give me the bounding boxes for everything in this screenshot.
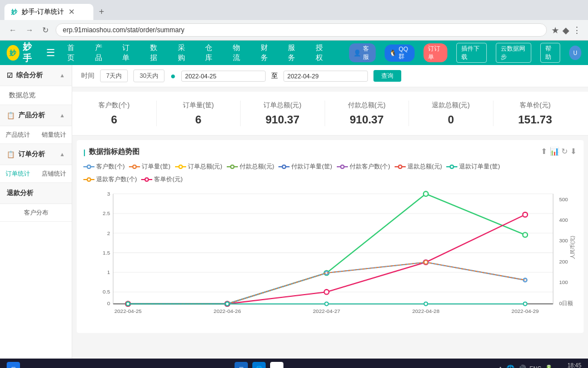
nav-purchase[interactable]: 采购 [175,41,193,65]
bookmark-icon[interactable]: ★ [551,25,559,36]
language-label: ENG [530,366,542,369]
sidebar-group-header-订单分析[interactable]: 📋 订单分析 ▲ [0,144,72,165]
legend-item-avg-price: 客单价(元) [141,175,182,183]
filter-bar: 时间 7天内 30天内 ● 至 查询 [72,65,588,87]
qq-icon: 🐧 [389,49,397,57]
qq-label: QQ群 [398,46,410,61]
search-button[interactable]: 查询 [373,70,401,82]
plugin-button[interactable]: 插件下载 [456,43,487,63]
stat-card-refund: 退款总额(元) 0 [420,101,494,126]
svg-point-69 [524,302,527,305]
legend-item-orders: 订单量(筐) [129,162,170,171]
date-start-input[interactable] [181,71,266,82]
svg-text:2022-04-25: 2022-04-25 [114,308,142,314]
sound-icon: 🔊 [518,365,526,368]
sidebar-group-header-退款分析[interactable]: 退款分析 [0,183,72,204]
chart-svg: 0 0.5 1 1.5 2 2.5 3 0日额 100 200 300 400 … [83,188,577,325]
sidebar-group-header-产品分析[interactable]: 📋 产品分析 ▲ [0,105,72,126]
taskbar-windows-icon[interactable]: ⊞ [235,362,248,368]
top-navigation: 妙 妙手 ☰ 首页 产品 订单 数据 采购 仓库 物流 财务 服务 授权 👤 客… [0,41,588,65]
order-badge[interactable]: 订订单 [423,43,448,62]
menu-icon[interactable]: ⋮ [572,25,581,36]
stat-card-customers: 客户数(个) 6 [83,101,157,126]
forward-button[interactable]: → [23,24,36,36]
nav-warehouse[interactable]: 仓库 [202,41,221,65]
chevron-up-icon-产品: ▲ [59,112,65,118]
checkbox-icon: ☑ [7,72,13,79]
chart-wrap: 0 0.5 1 1.5 2 2.5 3 0日额 100 200 300 400 … [83,188,577,326]
stat-value-avg: 151.73 [505,113,566,126]
legend-item-order-total: 订单总额(元) [175,162,222,171]
taskbar-edge-icon[interactable]: 🌐 [252,362,266,368]
sidebar-item-订单统计[interactable]: 订单统计 [0,165,36,183]
sidebar-item-店铺统计[interactable]: 店铺统计 [36,165,72,183]
svg-text:1: 1 [107,269,110,275]
sidebar-group-订单分析: 📋 订单分析 ▲ 订单统计 店铺统计 [0,144,72,183]
svg-point-68 [424,302,427,305]
address-input[interactable]: erp.91miaoshou.com/stat/order/summary [56,23,547,37]
legend-item-customers: 客户数(个) [83,162,124,171]
filter-30days-button[interactable]: 30天内 [133,69,165,82]
nav-finance[interactable]: 财务 [257,41,276,65]
back-button[interactable]: ← [7,24,19,36]
sidebar-item-销量统计[interactable]: 销量统计 [36,126,72,144]
chart-legend: 客户数(个) 订单量(筐) 订单总额(元) [83,162,541,183]
avatar[interactable]: U [569,46,581,60]
data-button[interactable]: 云数据网步 [496,43,531,63]
date-end-input[interactable] [283,71,368,82]
browser-tab[interactable]: 妙 妙手-订单统计 ✕ [4,4,93,20]
svg-text:0: 0 [107,300,110,306]
svg-text:2022-04-27: 2022-04-27 [313,308,340,314]
start-button[interactable]: ⊞ [7,362,20,368]
stat-label-payment: 付款总额(元) [336,101,398,110]
legend-label-payment-customers: 付款客户数(个) [350,162,390,171]
svg-point-19 [145,178,148,181]
legend-item-refund-customers: 退款客户数(个) [83,175,137,183]
hamburger-menu-icon[interactable]: ☰ [46,47,55,59]
stat-value-refund: 0 [420,113,482,126]
stat-card-payment: 付款总额(元) 910.37 [336,101,410,126]
svg-text:300: 300 [559,237,568,243]
svg-point-57 [523,212,528,217]
help-button[interactable]: 帮助 [540,43,560,63]
new-tab-button[interactable]: + [93,3,109,20]
nav-logistics[interactable]: 物流 [230,41,248,65]
extensions-icon[interactable]: ◆ [562,25,569,36]
chart-refresh-icon[interactable]: ↻ [561,147,568,156]
svg-point-13 [398,165,402,168]
svg-point-1 [87,165,91,168]
nav-products[interactable]: 产品 [92,41,111,65]
qq-badge[interactable]: 🐧 QQ群 [385,44,415,62]
nav-data[interactable]: 数据 [147,41,166,65]
svg-text:1.5: 1.5 [103,250,110,256]
refresh-button[interactable]: ↻ [40,24,51,36]
chart-bar-icon[interactable]: 📊 [550,147,559,156]
legend-label-payment-orders: 付款订单量(筐) [291,162,332,171]
nav-home[interactable]: 首页 [64,41,83,65]
sidebar-item-数据总览[interactable]: 数据总览 [0,86,72,105]
taskbar-chrome-icon[interactable]: ● [270,362,283,368]
tab-close-icon[interactable]: ✕ [68,7,75,16]
sidebar-item-客户分布[interactable]: 客户分布 [0,204,72,222]
sidebar-group-header-综合分析[interactable]: ☑ 综合分析 ▲ [0,65,72,86]
user-badge[interactable]: 👤 客服 [349,43,376,62]
legend-label-payment: 付款总额(元) [240,162,274,171]
legend-label-refund-orders: 退款订单量(筐) [459,162,500,171]
legend-label-refund-customers: 退款客户数(个) [96,175,137,183]
svg-point-67 [325,302,328,305]
filter-7days-button[interactable]: 7天内 [100,69,128,82]
svg-text:人民币(元): 人民币(元) [570,236,575,259]
chart-export-icon[interactable]: ⬆ [541,147,547,156]
nav-auth[interactable]: 授权 [312,41,331,65]
svg-point-52 [523,232,528,237]
chart-download-icon[interactable]: ⬇ [570,147,577,156]
sidebar-item-产品统计[interactable]: 产品统计 [0,126,36,144]
nav-service[interactable]: 服务 [285,41,303,65]
stat-label-customers: 客户数(个) [83,101,145,110]
nav-orders[interactable]: 订单 [119,41,138,65]
chevron-up-icon-订单: ▲ [59,151,65,157]
svg-point-5 [179,165,182,168]
time-display: 18:45 2022/4/30 [556,362,581,368]
svg-point-51 [423,191,428,196]
sidebar-row-退款: 客户分布 [0,204,72,222]
